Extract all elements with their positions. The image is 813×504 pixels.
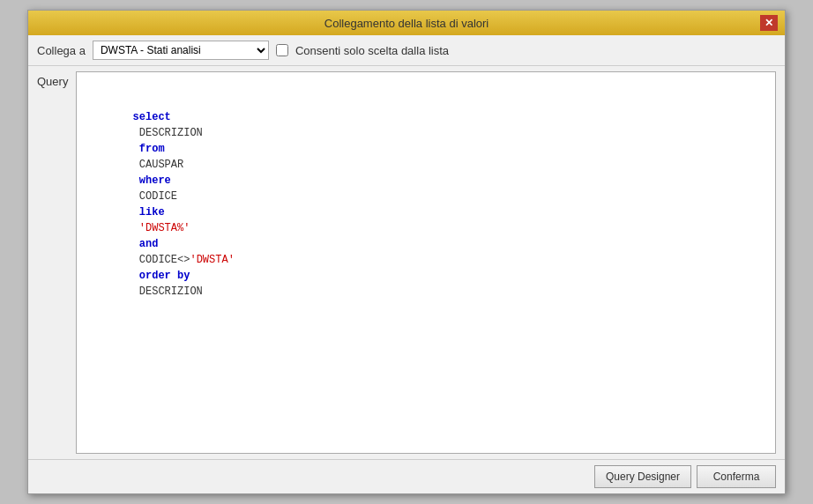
space7 <box>133 254 139 266</box>
col1-name: CODICE <box>139 190 177 203</box>
field-descrizion: DESCRIZION <box>139 127 203 139</box>
select-keyword: select <box>133 111 171 123</box>
collega-select[interactable]: DWSTA - Stati analisi <box>93 41 269 60</box>
order-field: DESCRIZION <box>139 285 203 298</box>
space6 <box>133 238 139 250</box>
query-label: Query <box>37 71 71 454</box>
close-button[interactable]: ✕ <box>760 15 778 31</box>
consenti-label[interactable]: Consenti solo scelta dalla lista <box>295 44 449 57</box>
order-keyword: order by <box>139 270 190 282</box>
table-causpar: CAUSPAR <box>139 159 183 171</box>
space4 <box>133 206 139 219</box>
val1-text: 'DWSTA%' <box>139 222 190 234</box>
and-keyword: and <box>139 238 159 250</box>
space3 <box>133 190 139 203</box>
space1 <box>133 143 139 155</box>
collega-label: Collega a <box>37 44 86 57</box>
neq-op: <> <box>177 254 190 266</box>
window-title: Collegamento della lista di valori <box>53 17 760 30</box>
space8 <box>133 270 139 282</box>
main-window: Collegamento della lista di valori ✕ Col… <box>27 10 786 494</box>
space9 <box>133 285 139 298</box>
table-name <box>133 159 139 171</box>
col2-name: CODICE <box>139 254 177 266</box>
space5 <box>133 222 139 234</box>
query-designer-button[interactable]: Query Designer <box>594 465 691 488</box>
field-name <box>133 127 139 139</box>
footer: Query Designer Conferma <box>28 459 785 493</box>
where-keyword: where <box>139 174 171 187</box>
query-area: Query select DESCRIZION from CAUSPAR whe… <box>28 66 785 459</box>
consenti-checkbox[interactable] <box>276 44 288 56</box>
from-keyword: from <box>139 143 165 155</box>
like-keyword: like <box>139 206 165 219</box>
val2-text: 'DWSTA' <box>190 254 234 266</box>
space2 <box>133 174 139 187</box>
titlebar: Collegamento della lista di valori ✕ <box>28 11 785 35</box>
toolbar: Collega a DWSTA - Stati analisi Consenti… <box>28 35 785 66</box>
query-editor[interactable]: select DESCRIZION from CAUSPAR where COD… <box>76 71 776 454</box>
conferma-button[interactable]: Conferma <box>697 465 776 488</box>
